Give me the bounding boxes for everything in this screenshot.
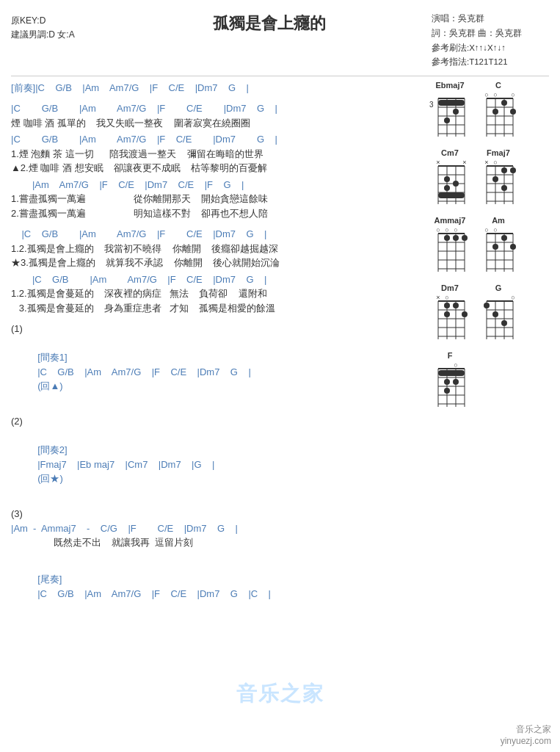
svg-rect-125 [438,370,465,376]
diagram-row-1: Ebmaj7 3 [428,81,549,141]
singer: 演唱：吳克群 [432,11,549,26]
interlude2-chords: |Fmaj7 |Eb maj7 |Cm7 |Dm7 |G | [37,459,214,470]
svg-text:○: ○ [484,91,488,98]
svg-point-126 [444,379,450,385]
diagram-row-2: Cm7 × × [428,148,549,209]
svg-point-86 [510,244,516,250]
verse1-chords2: |C G/B |Am Am7/G |F C/E |Dm7 G | [11,132,422,147]
ebmaj7-label: Ebmaj7 [435,81,464,90]
svg-point-113 [492,311,498,317]
diagram-ammaj7: Ammaj7 ○ ○ ○ [428,216,472,276]
f-label: F [448,351,453,360]
chorus-block1: |C G/B |Am Am7/G |F C/E |Dm7 G | 1.2.孤獨是… [11,227,422,270]
svg-point-99 [453,303,459,308]
interlude2-block: (2) [間奏2] |Fmaj7 |Eb maj7 |Cm7 |Dm7 |G |… [11,414,422,500]
svg-point-27 [510,109,516,115]
footer-brand: 音乐之家 yinyuezj.com [501,723,551,746]
divider [11,76,549,76]
diagram-g: G ○ [476,283,520,344]
svg-point-84 [501,235,507,241]
chorus-chords1: |C G/B |Am Am7/G |F C/E |Dm7 G | [11,227,422,242]
verse2-lyric1b: 2.嘗盡孤獨一萬遍 明知這樣不對 卻再也不想人陪 [11,206,422,221]
svg-text:○: ○ [484,226,488,234]
svg-text:○: ○ [454,226,457,234]
interlude1-block: (1) [間奏1] |C G/B |Am Am7/G |F C/E |Dm7 G… [11,322,422,408]
verse1-block2: |C G/B |Am Am7/G |F C/E |Dm7 G | 1.煙 泡麵 … [11,132,422,176]
verse1-block1: |C G/B |Am Am7/G |F C/E |Dm7 G | 煙 咖啡 酒 … [11,101,422,130]
svg-text:×: × [462,159,466,166]
song-content: [前奏]|C G/B |Am Am7/G |F C/E |Dm7 G | |C … [11,81,422,618]
diagram-am: Am ○ ○ [476,216,520,276]
svg-text:○: ○ [493,226,497,234]
outro-chords: |C G/B |Am Am7/G |F C/E |Dm7 G |C | [37,588,271,599]
svg-text:×: × [436,294,440,301]
g-label: G [495,283,502,292]
diagram-row-3: Ammaj7 ○ ○ ○ [428,216,549,276]
svg-text:○: ○ [493,159,497,166]
verse2-block: |Am Am7/G |F C/E |Dm7 C/E |F G | 1.嘗盡孤獨一… [11,178,422,221]
chorus-block2: |C G/B |Am Am7/G |F C/E |Dm7 G | 1.2.孤獨是… [11,272,422,316]
diagram-fmaj7: Fmaj7 × ○ [476,148,520,209]
footer-url: yinyuezj.com [501,736,551,746]
verse1-lyric1: 煙 咖啡 酒 孤單的 我又失眠一整夜 圍著寂寞在繞圈圈 [11,116,422,131]
interlude1-line: [間奏1] |C G/B |Am Am7/G |F C/E |Dm7 G | (… [11,336,422,408]
svg-point-114 [501,320,507,326]
lyricist: 詞：吳克群 曲：吳克群 [432,26,549,40]
chorus-chords2: |C G/B |Am Am7/G |F C/E |Dm7 G | [11,272,422,287]
svg-text:○: ○ [445,294,448,301]
chorus-lyric1a: 1.2.孤獨是會上癮的 我當初不曉得 你離開 後癮卻越掘越深 [11,242,422,256]
interlude3-lyric: 既然走不出 就讓我再 逗留片刻 [11,535,422,550]
svg-text:×: × [484,159,488,166]
svg-point-100 [462,311,468,317]
footer-site: 音乐之家 [501,723,551,736]
diagram-dm7: Dm7 × ○ [428,283,472,344]
key-info: 原KEY:D 建議男調:D 女:A [11,14,106,42]
svg-rect-10 [438,100,465,106]
verse1-lyric2a: 1.煙 泡麵 茶 這一切 陪我渡過一整天 彌留在晦暗的世界 [11,147,422,162]
svg-point-56 [492,176,498,182]
am-label: Am [492,216,505,225]
svg-text:×: × [436,159,440,166]
svg-point-57 [501,185,507,191]
strum-pattern: 參考刷法:X↑↑↓X↑↓↑ [432,41,549,56]
diagram-c: C ○ ○ ○ [476,81,520,141]
interlude1-suffix: (回▲) [37,380,63,391]
interlude3-chords: |Am - Ammaj7 - C/G |F C/E |Dm7 G | [11,521,422,536]
dm7-label: Dm7 [441,283,459,292]
diagram-ebmaj7: Ebmaj7 3 [428,81,472,141]
svg-point-112 [484,303,490,308]
interlude2-line: [間奏2] |Fmaj7 |Eb maj7 |Cm7 |Dm7 |G | (回★… [11,429,422,501]
suggested-key: 建議男調:D 女:A [11,28,106,42]
interlude1-chords: |C G/B |Am Am7/G |F C/E |Dm7 G | [37,366,251,377]
svg-point-98 [444,303,450,308]
interlude1-label: (1) [11,322,422,336]
svg-text:○: ○ [511,91,514,98]
svg-rect-39 [438,192,465,198]
svg-text:○: ○ [511,294,514,301]
song-title: 孤獨是會上癮的 [106,11,432,35]
chorus-lyric2a: 1.2.孤獨是會蔓延的 深夜裡的病症 無法 負荷卻 還附和 [11,286,422,301]
svg-point-55 [510,167,516,173]
prelude-chords: |C G/B |Am Am7/G |F C/E |Dm7 G | [35,82,249,93]
svg-point-72 [462,235,468,241]
svg-point-40 [444,176,450,182]
svg-point-101 [444,311,450,317]
svg-text:○: ○ [493,91,497,98]
verse1-lyric2b: ▲2.煙 咖啡 酒 想安眠 卻讓夜更不成眠 枯等黎明的百憂解 [11,161,422,176]
svg-text:3: 3 [429,101,434,109]
interlude3-label: (3) [11,507,422,521]
watermark: 音乐之家 [236,680,324,708]
interlude2-section: [間奏2] [37,444,67,455]
verse2-lyric1a: 1.嘗盡孤獨一萬遍 從你離開那天 開始貪戀這餘味 [11,192,422,206]
svg-text:○: ○ [454,361,457,369]
chorus-lyric2b: 3.孤獨是會蔓延的 身為重症患者 才知 孤獨是相愛的餘溫 [11,301,422,316]
svg-text:○: ○ [445,226,448,234]
verse1-chords1: |C G/B |Am Am7/G |F C/E |Dm7 G | [11,101,422,116]
diagram-row-5: F ○ [428,351,549,411]
original-key: 原KEY:D [11,14,106,28]
svg-point-128 [444,388,450,394]
outro-block: [尾奏] |C G/B |Am Am7/G |F C/E |Dm7 G |C | [11,558,422,615]
verse2-chords: |Am Am7/G |F C/E |Dm7 C/E |F G | [11,178,422,192]
diagram-cm7: Cm7 × × [428,148,472,209]
c-label: C [495,81,501,90]
